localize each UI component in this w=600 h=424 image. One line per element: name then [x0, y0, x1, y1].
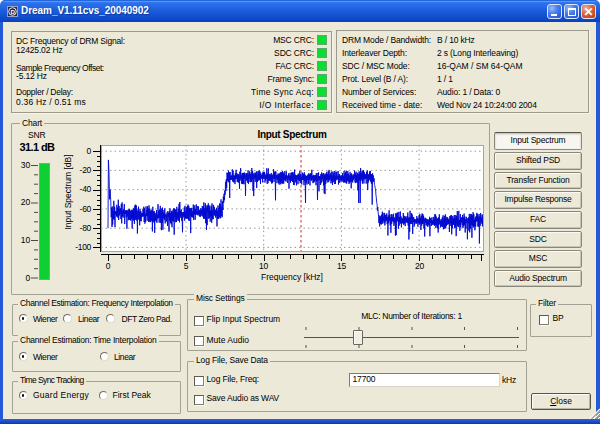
svg-text:D: D [10, 8, 15, 15]
